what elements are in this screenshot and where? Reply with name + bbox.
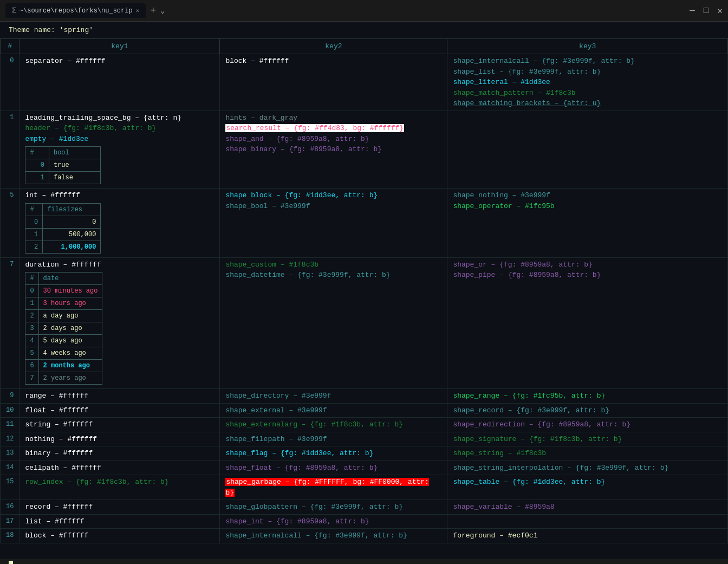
row-key1-16: record – #ffffff	[20, 500, 220, 515]
row-num-16: 16	[1, 500, 20, 515]
row-key3-13: shape_string – #1f8c3b	[447, 446, 728, 461]
row-num-0: 0	[1, 54, 20, 111]
tab-close-button[interactable]: ✕	[136, 7, 140, 14]
row-key2-1: hints – dark_gray search_result – {fg: #…	[220, 111, 447, 189]
row-key1-0: separator – #ffffff	[20, 54, 220, 111]
terminal-icon: Σ	[12, 7, 16, 15]
maximize-button[interactable]: □	[704, 6, 709, 16]
row-key3-14: shape_string_interpolation – {fg: #3e999…	[447, 461, 728, 475]
row-key2-14: shape_float – {fg: #8959a8, attr: b}	[220, 461, 447, 475]
row-key3-9: shape_range – {fg: #1fc95b, attr: b}	[447, 389, 728, 404]
new-tab-button[interactable]: +	[150, 5, 156, 16]
row-key3-17	[447, 514, 728, 529]
row-key1-1: leading_trailing_space_bg – {attr: n} he…	[20, 111, 220, 189]
table-row: 10 float – #ffffff shape_external – #3e9…	[1, 403, 728, 418]
row-num-13: 13	[1, 446, 20, 461]
row-key3-1	[447, 111, 728, 189]
row-key3-7: shape_or – {fg: #8959a8, attr: b} shape_…	[447, 257, 728, 389]
main-content: # key1 key2 key3 0 separator – #ffffff b…	[0, 38, 728, 559]
row-num-18: 18	[1, 529, 20, 543]
filesizes-table: #filesizes 00 1500,000 21,000,000	[25, 203, 101, 254]
row-key1-15: row_index – {fg: #1f8c3b, attr: b}	[20, 475, 220, 500]
cursor	[9, 561, 13, 565]
tab-label: ~\source\repos\forks\nu_scrip	[20, 7, 133, 15]
row-num-11: 11	[1, 418, 20, 432]
cursor-line	[0, 559, 728, 564]
table-row: 17 list – #ffffff shape_int – {fg: #8959…	[1, 514, 728, 529]
row-key2-12: shape_filepath – #3e999f	[220, 432, 447, 446]
row-key2-9: shape_directory – #3e999f	[220, 389, 447, 404]
col-header-num: #	[1, 39, 20, 54]
col-header-key1: key1	[20, 39, 220, 54]
minimize-button[interactable]: —	[690, 6, 695, 16]
row-key3-5: shape_nothing – #3e999f shape_operator –…	[447, 189, 728, 258]
row-key2-11: shape_externalarg – {fg: #1f8c3b, attr: …	[220, 418, 447, 432]
row-num-17: 17	[1, 514, 20, 529]
title-bar: Σ ~\source\repos\forks\nu_scrip ✕ + ⌄ — …	[0, 0, 728, 22]
row-key1-11: string – #ffffff	[20, 418, 220, 432]
table-row: 18 block – #ffffff shape_internalcall – …	[1, 529, 728, 543]
row-key1-13: binary – #ffffff	[20, 446, 220, 461]
bool-table: #bool 0true 1false	[25, 146, 101, 184]
row-key1-17: list – #ffffff	[20, 514, 220, 529]
table-row: 0 separator – #ffffff block – #ffffff sh…	[1, 54, 728, 111]
table-row: 12 nothing – #ffffff shape_filepath – #3…	[1, 432, 728, 446]
theme-line: Theme name: 'spring'	[0, 22, 728, 38]
row-key1-5: int – #ffffff #filesizes 00 1500,000 21,…	[20, 189, 220, 258]
row-key1-10: float – #ffffff	[20, 403, 220, 418]
row-key2-18: shape_internalcall – {fg: #3e999f, attr:…	[220, 529, 447, 543]
row-key3-10: shape_record – {fg: #3e999f, attr: b}	[447, 403, 728, 418]
row-key3-15: shape_table – {fg: #1dd3ee, attr: b}	[447, 475, 728, 500]
row-num-5: 5	[1, 189, 20, 258]
row-key2-16: shape_globpattern – {fg: #3e999f, attr: …	[220, 500, 447, 515]
row-num-14: 14	[1, 461, 20, 475]
row-num-10: 10	[1, 403, 20, 418]
table-row: 13 binary – #ffffff shape_flag – {fg: #1…	[1, 446, 728, 461]
row-num-12: 12	[1, 432, 20, 446]
close-button[interactable]: ✕	[717, 5, 723, 16]
row-key3-18: foreground – #ecf0c1	[447, 529, 728, 543]
tab-dropdown-button[interactable]: ⌄	[160, 6, 165, 15]
table-row: 15 row_index – {fg: #1f8c3b, attr: b} sh…	[1, 475, 728, 500]
col-header-key2: key2	[220, 39, 447, 54]
table-row: 14 cellpath – #ffffff shape_float – {fg:…	[1, 461, 728, 475]
table-row: 16 record – #ffffff shape_globpattern – …	[1, 500, 728, 515]
duration-table: #date 030 minutes ago 13 hours ago 2a da…	[25, 272, 102, 385]
col-header-key3: key3	[447, 39, 728, 54]
row-key3-12: shape_signature – {fg: #1f8c3b, attr: b}	[447, 432, 728, 446]
row-key2-0: block – #ffffff	[220, 54, 447, 111]
row-key1-7: duration – #ffffff #date 030 minutes ago…	[20, 257, 220, 389]
table-row: 7 duration – #ffffff #date 030 minutes a…	[1, 257, 728, 389]
row-key2-15: shape_garbage – {fg: #FFFFFF, bg: #FF000…	[220, 475, 447, 500]
row-num-7: 7	[1, 257, 20, 389]
row-num-1: 1	[1, 111, 20, 189]
row-key1-18: block – #ffffff	[20, 529, 220, 543]
table-row: 1 leading_trailing_space_bg – {attr: n} …	[1, 111, 728, 189]
row-num-15: 15	[1, 475, 20, 500]
row-key1-12: nothing – #ffffff	[20, 432, 220, 446]
row-key2-17: shape_int – {fg: #8959a8, attr: b}	[220, 514, 447, 529]
table-row: 5 int – #ffffff #filesizes 00 1500,000 2…	[1, 189, 728, 258]
row-num-9: 9	[1, 389, 20, 404]
row-key3-0: shape_internalcall – {fg: #3e999f, attr:…	[447, 54, 728, 111]
title-bar-controls: — □ ✕	[690, 5, 723, 16]
row-key3-11: shape_redirection – {fg: #8959a8, attr: …	[447, 418, 728, 432]
table-row: 11 string – #ffffff shape_externalarg – …	[1, 418, 728, 432]
row-key1-14: cellpath – #ffffff	[20, 461, 220, 475]
row-key2-7: shape_custom – #1f8c3b shape_datetime – …	[220, 257, 447, 389]
row-key2-5: shape_block – {fg: #1dd3ee, attr: b} sha…	[220, 189, 447, 258]
data-table: # key1 key2 key3 0 separator – #ffffff b…	[0, 38, 728, 543]
terminal-tab[interactable]: Σ ~\source\repos\forks\nu_scrip ✕	[5, 3, 146, 18]
row-key3-16: shape_variable – #8959a8	[447, 500, 728, 515]
table-row: 9 range – #ffffff shape_directory – #3e9…	[1, 389, 728, 404]
row-key2-10: shape_external – #3e999f	[220, 403, 447, 418]
row-key2-13: shape_flag – {fg: #1dd3ee, attr: b}	[220, 446, 447, 461]
title-bar-left: Σ ~\source\repos\forks\nu_scrip ✕ + ⌄	[5, 3, 690, 18]
row-key1-9: range – #ffffff	[20, 389, 220, 404]
